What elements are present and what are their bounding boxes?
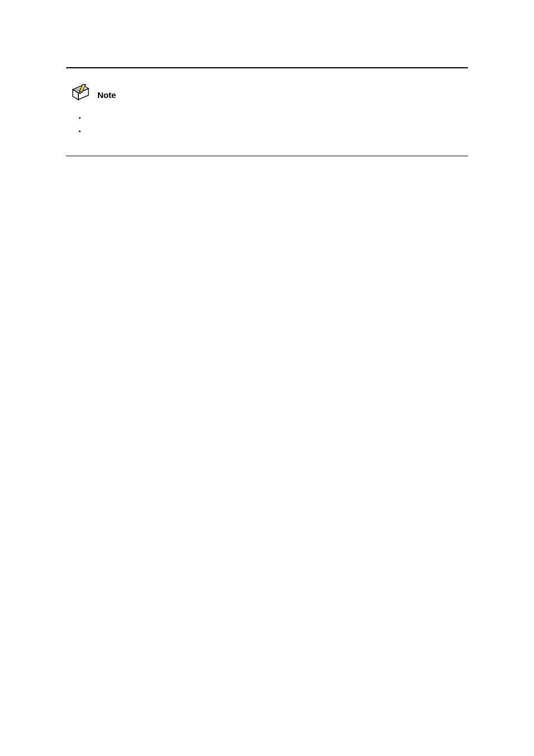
bullet-item [86,111,468,124]
note-icon [72,84,94,102]
note-bullets [66,111,468,138]
bottom-divider [66,156,468,156]
note-label: Note [97,90,116,102]
top-divider [66,67,468,68]
note-header: Note [72,84,468,102]
bullet-text [88,125,89,133]
bullet-text [88,112,89,120]
bullet-item [86,124,468,138]
